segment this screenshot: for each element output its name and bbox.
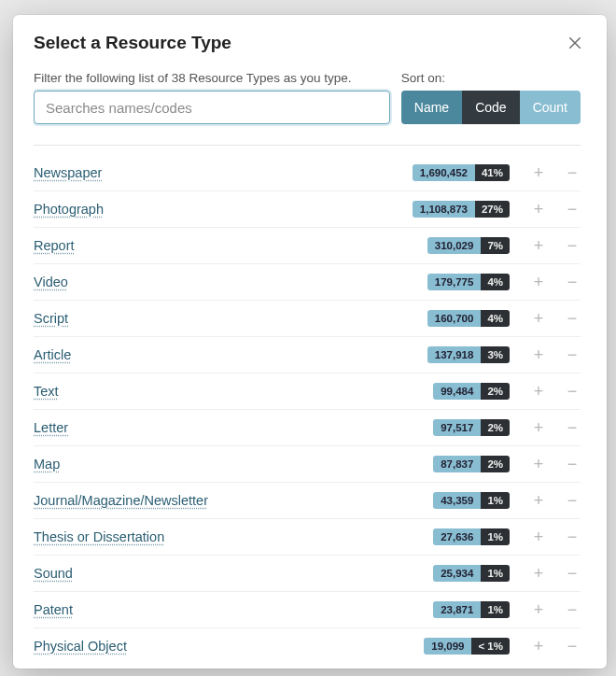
count-value: 19,099 (424, 638, 471, 655)
row-actions: +− (525, 492, 581, 509)
count-badge: 87,8372% (433, 456, 510, 472)
minus-icon[interactable]: − (564, 237, 581, 254)
plus-icon[interactable]: + (530, 346, 547, 363)
resource-type-link[interactable]: Physical Object (34, 639, 409, 654)
minus-icon[interactable]: − (564, 310, 581, 327)
sort-name-button[interactable]: Name (401, 91, 462, 124)
resource-type-link[interactable]: Newspaper (34, 165, 398, 180)
divider (34, 145, 581, 146)
count-badge: 43,3591% (433, 492, 510, 509)
count-percent: < 1% (471, 638, 510, 655)
count-value: 160,700 (427, 310, 482, 327)
resource-type-row: Physical Object19,099< 1%+− (34, 628, 581, 664)
count-percent: 1% (481, 601, 510, 618)
count-percent: 27% (475, 201, 510, 218)
close-button[interactable] (564, 32, 586, 54)
minus-icon[interactable]: − (564, 274, 581, 290)
row-actions: +− (525, 456, 581, 472)
resource-type-row: Patent23,8711%+− (34, 592, 581, 628)
count-badge: 1,690,45241% (413, 164, 510, 181)
count-value: 87,837 (433, 456, 481, 472)
controls-row: Filter the following list of 38 Resource… (34, 63, 594, 124)
count-badge: 97,5172% (433, 419, 510, 436)
modal-title: Select a Resource Type (34, 33, 231, 53)
minus-icon[interactable]: − (564, 419, 581, 436)
row-actions: +− (525, 419, 581, 436)
sort-code-button[interactable]: Code (462, 91, 519, 124)
resource-type-link[interactable]: Letter (34, 420, 418, 435)
plus-icon[interactable]: + (530, 492, 547, 509)
resource-type-link[interactable]: Patent (34, 602, 418, 617)
count-badge: 179,7754% (427, 274, 510, 290)
count-percent: 1% (481, 565, 510, 582)
count-percent: 3% (481, 346, 510, 363)
plus-icon[interactable]: + (530, 164, 547, 181)
resource-type-row: Letter97,5172%+− (34, 410, 581, 446)
plus-icon[interactable]: + (530, 201, 547, 218)
plus-icon[interactable]: + (530, 274, 547, 290)
minus-icon[interactable]: − (564, 456, 581, 472)
minus-icon[interactable]: − (564, 528, 581, 545)
count-value: 1,690,452 (413, 164, 475, 181)
row-actions: +− (525, 638, 581, 655)
count-percent: 2% (481, 419, 510, 436)
count-badge: 160,7004% (427, 310, 510, 327)
resource-type-row: Journal/Magazine/Newsletter43,3591%+− (34, 483, 581, 519)
count-value: 137,918 (427, 346, 482, 363)
resource-type-row: Thesis or Dissertation27,6361%+− (34, 519, 581, 556)
resource-type-row: Photograph1,108,87327%+− (34, 191, 581, 228)
count-badge: 1,108,87327% (413, 201, 510, 218)
plus-icon[interactable]: + (530, 419, 547, 436)
count-percent: 4% (481, 274, 510, 290)
resource-type-row: Script160,7004%+− (34, 301, 581, 337)
resource-type-row: Newspaper1,690,45241%+− (34, 155, 581, 191)
count-badge: 99,4842% (433, 383, 510, 400)
resource-type-link[interactable]: Script (34, 311, 413, 326)
plus-icon[interactable]: + (530, 638, 547, 655)
minus-icon[interactable]: − (564, 346, 581, 363)
minus-icon[interactable]: − (564, 164, 581, 181)
plus-icon[interactable]: + (530, 456, 547, 472)
count-value: 310,029 (427, 237, 482, 254)
resource-type-link[interactable]: Map (34, 457, 418, 472)
plus-icon[interactable]: + (530, 601, 547, 618)
resource-type-list: Newspaper1,690,45241%+−Photograph1,108,8… (34, 155, 594, 664)
resource-type-row: Video179,7754%+− (34, 264, 581, 301)
filter-input[interactable] (34, 91, 390, 124)
modal-body: Filter the following list of 38 Resource… (13, 63, 607, 669)
resource-type-link[interactable]: Thesis or Dissertation (34, 529, 418, 544)
minus-icon[interactable]: − (564, 492, 581, 509)
plus-icon[interactable]: + (530, 383, 547, 400)
modal-scroll-area[interactable]: Filter the following list of 38 Resource… (34, 63, 599, 669)
minus-icon[interactable]: − (564, 383, 581, 400)
count-value: 1,108,873 (413, 201, 475, 218)
minus-icon[interactable]: − (564, 601, 581, 618)
count-value: 25,934 (433, 565, 481, 582)
modal-header: Select a Resource Type (13, 15, 607, 63)
resource-type-link[interactable]: Photograph (34, 202, 398, 217)
sort-label: Sort on: (401, 71, 581, 85)
resource-type-link[interactable]: Article (34, 347, 413, 362)
count-value: 27,636 (433, 528, 481, 545)
count-badge: 23,8711% (433, 601, 510, 618)
resource-type-row: Report310,0297%+− (34, 228, 581, 264)
count-badge: 19,099< 1% (424, 638, 510, 655)
plus-icon[interactable]: + (530, 237, 547, 254)
resource-type-link[interactable]: Text (34, 384, 418, 399)
resource-type-link[interactable]: Journal/Magazine/Newsletter (34, 493, 418, 508)
count-badge: 27,6361% (433, 528, 510, 545)
count-percent: 4% (481, 310, 510, 327)
row-actions: +− (525, 310, 581, 327)
minus-icon[interactable]: − (564, 638, 581, 655)
resource-type-link[interactable]: Video (34, 275, 413, 289)
sort-count-button[interactable]: Count (520, 91, 581, 124)
plus-icon[interactable]: + (530, 310, 547, 327)
plus-icon[interactable]: + (530, 528, 547, 545)
minus-icon[interactable]: − (564, 565, 581, 582)
resource-type-link[interactable]: Sound (34, 566, 418, 581)
resource-type-link[interactable]: Report (34, 238, 413, 253)
minus-icon[interactable]: − (564, 201, 581, 218)
plus-icon[interactable]: + (530, 565, 547, 582)
count-value: 97,517 (433, 419, 481, 436)
row-actions: +− (525, 383, 581, 400)
